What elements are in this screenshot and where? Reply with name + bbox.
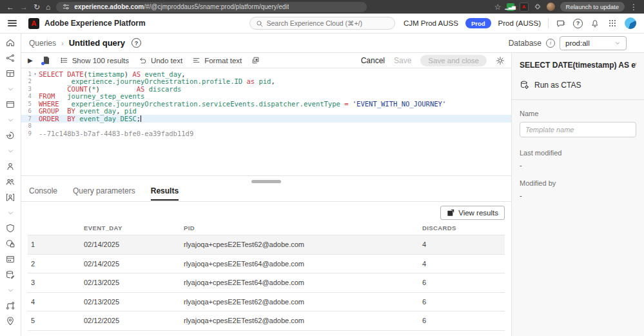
run-as-ctas-button[interactable]: Run as CTAS: [520, 80, 636, 90]
table-body: 102/14/2025rlyajoqa+cpesE2ETest62@adobe.…: [28, 235, 505, 336]
chevron-down-icon[interactable]: [0, 205, 21, 221]
cancel-button[interactable]: Cancel: [361, 56, 385, 65]
app-switcher-grid-icon[interactable]: [607, 18, 618, 28]
back-icon[interactable]: ←: [6, 3, 14, 11]
format-text-button[interactable]: Format text: [192, 56, 242, 64]
results-table: EVENT_DAY PID DISCARDS 102/14/2025rlyajo…: [28, 223, 505, 336]
tabs-divider: [21, 201, 511, 202]
sources-icon[interactable]: [0, 128, 21, 143]
table-row[interactable]: 602/12/2025rlyajoqa+cpesE2ETest64@adobe.…: [28, 330, 505, 336]
column-header-event-day[interactable]: EVENT_DAY: [84, 224, 122, 232]
search-input[interactable]: Search Experience Cloud (⌘+/): [249, 17, 395, 30]
format-lines-icon: [192, 56, 200, 64]
code-line-5[interactable]: 5WHERE _experience.journeyOrchestration.…: [21, 100, 511, 108]
database-info-icon[interactable]: i: [546, 39, 555, 48]
app-title: Adobe Experience Platform: [44, 19, 146, 28]
undo-text-button[interactable]: Undo text: [139, 56, 182, 64]
text-cursor: [141, 115, 141, 122]
chevron-down-icon[interactable]: [0, 81, 21, 97]
run-query-button[interactable]: ▶: [28, 57, 33, 64]
undo-icon: [139, 56, 147, 64]
policies-icon[interactable]: [0, 236, 21, 252]
save-and-close-button[interactable]: Save and close: [420, 55, 487, 66]
table-row[interactable]: 402/13/2025rlyajoqa+cpesE2ETest62@adobe.…: [28, 292, 505, 311]
copy-results-button[interactable]: [43, 56, 50, 64]
browser-home-icon[interactable]: ⌂: [46, 3, 50, 11]
locations-icon[interactable]: [0, 313, 21, 329]
collections-icon[interactable]: [0, 97, 21, 112]
show-results-button[interactable]: Show 100 results: [60, 56, 129, 64]
profiles-icon[interactable]: [0, 159, 21, 174]
expand-editor-button[interactable]: [251, 56, 260, 64]
browser-menu-icon[interactable]: ⋮: [630, 3, 638, 11]
env-name[interactable]: Prod (AUSS): [498, 19, 541, 27]
column-header-pid[interactable]: PID: [184, 224, 195, 232]
code-line-4[interactable]: 4FROM journey_step_events: [21, 93, 511, 101]
list-icon: [60, 56, 68, 64]
page-help-icon[interactable]: ?: [132, 38, 141, 48]
code-line-6[interactable]: 6GROUP BY event_day, pid: [21, 108, 511, 115]
workflows-icon[interactable]: [0, 50, 21, 66]
reload-icon[interactable]: ↻: [34, 3, 40, 11]
audiences-icon[interactable]: [0, 174, 21, 190]
tab-console[interactable]: Console: [29, 186, 57, 199]
table-row[interactable]: 102/14/2025rlyajoqa+cpesE2ETest62@adobe.…: [28, 235, 505, 254]
site-settings-icon[interactable]: [63, 3, 70, 10]
dashboards-icon[interactable]: [0, 66, 21, 81]
tab-results[interactable]: Results: [151, 186, 179, 199]
breadcrumb-separator: ›: [61, 39, 64, 47]
monitoring-icon[interactable]: [0, 298, 21, 313]
code-line-2[interactable]: 2 _experience.journeyOrchestration.profi…: [21, 78, 511, 86]
privacy-icon[interactable]: [0, 221, 21, 236]
org-name[interactable]: CJM Prod AUSS: [404, 19, 458, 27]
view-results-button[interactable]: View results: [440, 206, 505, 220]
save-button[interactable]: Save: [394, 56, 411, 65]
settings-gear-icon[interactable]: [496, 56, 505, 65]
analytics-extension-icon[interactable]: ▁▃▅: [507, 3, 514, 11]
table-row[interactable]: 502/12/2025rlyajoqa+cpesE2ETest62@adobe.…: [28, 311, 505, 330]
adobe-logo: A: [28, 18, 39, 29]
screen: ← → ↻ ⌂ experience.adobe.com/#/@cjmprodd…: [0, 0, 644, 336]
search-placeholder: Search Experience Cloud (⌘+/): [267, 19, 363, 27]
last-modified-value: -: [520, 161, 636, 169]
code-line-9[interactable]: 9--71c148b3-b7af-4483-bfe0-ea39fadb11d9: [21, 130, 511, 137]
relaunch-button[interactable]: Relaunch to update: [560, 2, 625, 12]
code-line-1[interactable]: 1▾SELECT DATE(timestamp) AS event_day,: [21, 70, 511, 78]
code-line-3[interactable]: 3 COUNT(*) AS discards: [21, 85, 511, 93]
chevron-down-icon[interactable]: [0, 143, 21, 159]
app-header: A Adobe Experience Platform Search Exper…: [0, 14, 644, 34]
notifications-bell-icon[interactable]: [590, 18, 600, 28]
feedback-icon[interactable]: [556, 18, 566, 28]
database-select[interactable]: prod:all: [560, 36, 627, 50]
user-avatar[interactable]: [625, 17, 636, 29]
panel-drag-handle[interactable]: [251, 180, 281, 183]
tab-query-parameters[interactable]: Query parameters: [73, 186, 135, 199]
code-line-7[interactable]: 7ORDER BY event_day DESC;: [21, 115, 511, 123]
chevron-down-icon[interactable]: [0, 282, 21, 298]
column-header-discards[interactable]: DISCARDS: [422, 224, 456, 232]
home-icon[interactable]: [0, 35, 21, 50]
results-panel: Console Query parameters Results View re…: [21, 175, 511, 336]
template-name-input[interactable]: [520, 122, 636, 137]
editor-toolbar: ▶ Show 100 results Undo text Format text…: [21, 53, 511, 68]
chevron-down-icon[interactable]: [0, 112, 21, 128]
help-icon[interactable]: ?: [573, 19, 583, 28]
forward-icon[interactable]: →: [20, 3, 28, 11]
code-line-8[interactable]: 8: [21, 123, 511, 130]
table-row[interactable]: 202/14/2025rlyajoqa+cpesE2ETest64@adobe.…: [28, 254, 505, 273]
browser-profile-avatar[interactable]: [547, 3, 555, 11]
breadcrumb-queries[interactable]: Queries: [29, 39, 56, 48]
hamburger-menu-icon[interactable]: [8, 20, 17, 26]
extensions-icon[interactable]: [534, 3, 542, 11]
query-title: SELECT DATE(timestamp) AS event_day, _ex…: [520, 61, 636, 70]
query-properties-panel: SELECT DATE(timestamp) AS event_day, _ex…: [511, 53, 644, 336]
modified-by-label: Modified by: [520, 179, 636, 187]
adobe-extension-icon[interactable]: A: [520, 3, 529, 12]
bookmark-star-icon[interactable]: ☆: [494, 3, 502, 11]
queries-icon[interactable]: [0, 267, 21, 282]
datasets-icon[interactable]: [0, 252, 21, 267]
url-bar[interactable]: experience.adobe.com/#/@cjmproddaus5/sna…: [56, 2, 367, 12]
identities-icon[interactable]: [0, 190, 21, 205]
sql-code-editor[interactable]: 1▾SELECT DATE(timestamp) AS event_day,2 …: [21, 68, 511, 175]
table-row[interactable]: 302/13/2025rlyajoqa+cpesE2ETest64@adobe.…: [28, 273, 505, 292]
